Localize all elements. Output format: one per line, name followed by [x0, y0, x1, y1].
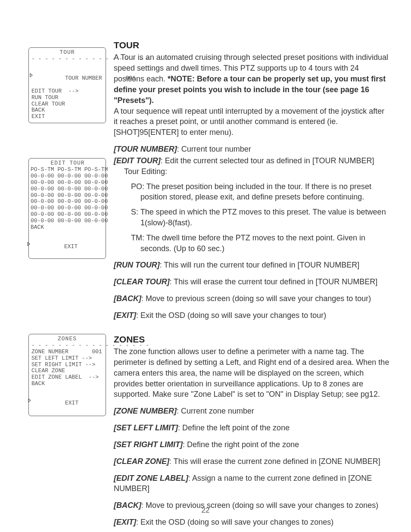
- menu-item-label: EDIT TOUR -->: [31, 88, 78, 94]
- def-edit-zone-label: [EDIT ZONE LABEL]: Assign a name to the …: [114, 473, 389, 495]
- edit-tour-row-line: 00-0-00 00-0-00 00-0-00: [31, 186, 105, 193]
- menu-item-label: EXIT: [64, 243, 78, 250]
- def-text: : Move to previous screen (doing so will…: [141, 294, 371, 303]
- zones-menu-line: EXIT: [30, 387, 103, 413]
- edit-sublist: PO: The preset position being included i…: [131, 181, 389, 254]
- cursor-icon: [30, 72, 34, 78]
- def-label: [SET LEFT LIMIT]: [114, 423, 178, 432]
- def-text: : This will erase the current tour defin…: [170, 277, 378, 286]
- tour-menu-box: TOUR - - - - - - - - - - - - - - - - - -…: [28, 47, 106, 123]
- def-label: [CLEAR ZONE]: [114, 457, 169, 466]
- edit-tour-row-line: 00-0-00 00-0-00 00-0-00: [31, 199, 105, 205]
- edit-tour-row-line: 00-0-00 00-0-00 00-0-00: [31, 212, 105, 218]
- zones-text-col: ZONES The zone function allows user to d…: [114, 333, 389, 528]
- menu-divider: - - - - - - - - - - - - - - - - - -: [31, 342, 103, 349]
- tour-menu-col: TOUR - - - - - - - - - - - - - - - - - -…: [28, 39, 106, 123]
- edit-tour-row-line: 00-0-00 00-0-00 00-0-00: [31, 193, 105, 199]
- def-tour-number: [TOUR NUMBER]: Current tour number: [114, 144, 389, 155]
- zones-menu-line: BACK: [31, 381, 103, 387]
- def-back-zones: [BACK]: Move to previous screen (doing s…: [114, 500, 389, 511]
- tour-section: TOUR - - - - - - - - - - - - - - - - - -…: [28, 39, 389, 155]
- def-text: : This will erase the current zone defin…: [169, 457, 380, 466]
- def-text: : Current zone number: [177, 407, 254, 415]
- tour-text-col: TOUR A Tour is an automated cruising thr…: [114, 39, 389, 155]
- menu-item-label: EXIT: [65, 400, 78, 406]
- edit-subhead: Tour Editing:: [124, 166, 389, 177]
- zones-menu-line: EDIT ZONE LABEL -->: [31, 374, 103, 381]
- def-text: : This will run the current tour defined…: [160, 261, 360, 269]
- tour-menu-line: RUN TOUR: [31, 95, 103, 101]
- po-def: PO: The preset position being included i…: [140, 181, 389, 203]
- def-text: : Exit the OSD (doing so will save your …: [136, 311, 326, 320]
- edit-tour-row-line: 00-0-00 00-0-00 00-0-00: [31, 180, 105, 186]
- menu-item-label: TOUR NUMBER 001: [65, 75, 136, 81]
- def-zone-number: [ZONE NUMBER]: Current zone number: [114, 406, 389, 417]
- tour-menu-line: EDIT TOUR -->: [31, 88, 103, 95]
- def-text: : Define the left point of the zone: [178, 423, 290, 432]
- edit-tour-exit: EXIT: [29, 231, 105, 257]
- def-label: [EDIT ZONE LABEL]: [114, 474, 188, 482]
- tour-heading: TOUR: [114, 39, 389, 51]
- def-label: [TOUR NUMBER]: [114, 145, 177, 153]
- def-label: [CLEAR TOUR]: [114, 277, 170, 286]
- tour-menu-line: EXIT: [31, 114, 103, 120]
- edit-tour-row: EDIT TOUR PO-S-TM PO-S-TM PO-S-TM 00-0-0…: [28, 158, 389, 321]
- zones-intro: The zone function allows user to define …: [114, 346, 389, 400]
- def-text: : Move to previous screen (doing so will…: [141, 501, 378, 510]
- def-exit-zones: [EXIT]: Exit the OSD (doing so will save…: [114, 517, 389, 528]
- edit-tour-menu-box: EDIT TOUR PO-S-TM PO-S-TM PO-S-TM 00-0-0…: [28, 158, 106, 259]
- edit-tour-row-line: 00-0-00 00-0-00 00-0-00: [31, 173, 105, 180]
- zones-menu-box: ZONES - - - - - - - - - - - - - - - - - …: [28, 334, 106, 416]
- def-text: : Edit the current selected tour as defi…: [161, 156, 374, 165]
- def-label: [EDIT TOUR]: [114, 156, 161, 165]
- s-def: S: The speed in which the PTZ moves to t…: [140, 207, 389, 228]
- def-clear-zone: [CLEAR ZONE]: This will erase the curren…: [114, 456, 389, 467]
- edit-tour-menu-col: EDIT TOUR PO-S-TM PO-S-TM PO-S-TM 00-0-0…: [28, 158, 106, 259]
- def-clear-tour: [CLEAR TOUR]: This will erase the curren…: [114, 277, 389, 287]
- menu-item-label: RUN TOUR: [31, 94, 58, 101]
- tour-menu-line: TOUR NUMBER 001: [31, 62, 103, 88]
- edit-tour-row-line: 00-0-00 00-0-00 00-0-00: [31, 205, 105, 212]
- cursor-icon: [27, 241, 31, 247]
- def-set-left: [SET LEFT LIMIT]: Define the left point …: [114, 423, 389, 433]
- def-label: [EXIT]: [114, 518, 136, 526]
- zones-menu-line: SET LEFT LIMIT -->: [31, 355, 103, 362]
- tour-intro: A Tour is an automated cruising through …: [114, 52, 389, 106]
- zones-section: ZONES - - - - - - - - - - - - - - - - - …: [28, 333, 389, 528]
- def-label: [SET RIGHT LIMIT]: [114, 440, 183, 449]
- page: TOUR - - - - - - - - - - - - - - - - - -…: [28, 39, 389, 531]
- def-set-right: [SET RIGHT LIMIT]: Define the right poin…: [114, 439, 389, 450]
- menu-item-label: BACK: [31, 107, 45, 113]
- def-label: [RUN TOUR]: [114, 261, 160, 269]
- menu-divider: - - - - - - - - - - - - - - - - - -: [31, 56, 103, 62]
- menu-item-label: EXIT: [31, 113, 45, 120]
- def-run-tour: [RUN TOUR]: This will run the current to…: [114, 260, 389, 271]
- def-edit-tour: [EDIT TOUR]: Edit the current selected t…: [114, 156, 389, 166]
- tour-menu-title: TOUR: [31, 50, 103, 56]
- edit-tour-header: PO-S-TM PO-S-TM PO-S-TM: [31, 167, 105, 173]
- def-label: [BACK]: [114, 294, 141, 303]
- page-number: 22: [202, 506, 210, 515]
- tour-menu-line: BACK: [31, 107, 103, 114]
- edit-tour-text-col: [EDIT TOUR]: Edit the current selected t…: [114, 158, 389, 321]
- def-text: : Current tour number: [177, 145, 251, 153]
- cursor-icon: [28, 397, 32, 404]
- tour-menu-line: CLEAR TOUR: [31, 101, 103, 108]
- zones-menu-col: ZONES - - - - - - - - - - - - - - - - - …: [28, 333, 106, 416]
- zones-menu-line: ZONE NUMBER 001: [31, 349, 103, 355]
- def-label: [EXIT]: [114, 311, 136, 320]
- zones-menu-line: SET RIGHT LIMIT -->: [31, 362, 103, 368]
- tour-intro-b: A tour sequence will repeat until interr…: [114, 106, 389, 138]
- edit-tour-back: BACK: [31, 224, 105, 231]
- edit-tour-row-line: 00-0-00 00-0-00 00-0-00: [31, 218, 105, 224]
- zones-menu-line: CLEAR ZONE: [31, 368, 103, 374]
- tm-def: TM: The dwell time before the PTZ moves …: [140, 233, 389, 254]
- def-text: : Exit the OSD (doing so will save your …: [136, 518, 333, 526]
- zones-menu-title: ZONES: [31, 336, 103, 342]
- edit-tour-title: EDIT TOUR: [31, 160, 105, 167]
- def-label: [ZONE NUMBER]: [114, 407, 177, 415]
- def-text: : Define the right point of the zone: [183, 440, 299, 449]
- def-label: [BACK]: [114, 501, 141, 510]
- def-exit-tour: [EXIT]: Exit the OSD (doing so will save…: [114, 310, 389, 321]
- zones-heading: ZONES: [114, 333, 389, 345]
